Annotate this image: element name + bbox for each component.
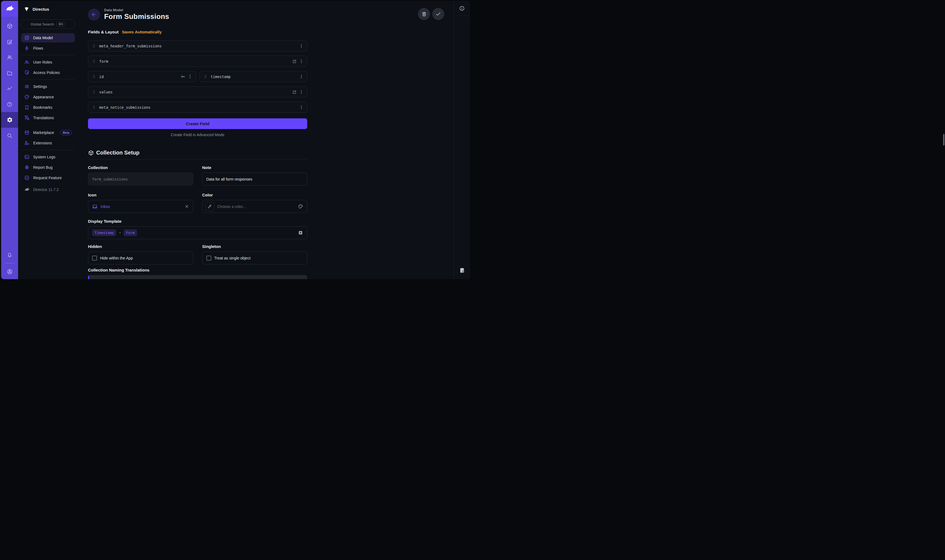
drag-handle-icon[interactable] bbox=[203, 74, 208, 79]
project-header[interactable]: Directus bbox=[18, 1, 78, 12]
sidebar-item-appearance[interactable]: Appearance bbox=[21, 92, 75, 102]
search-placeholder: Global Search bbox=[31, 22, 54, 26]
icon-field-group: Icon Inbox bbox=[88, 192, 193, 213]
field-name: values bbox=[99, 90, 112, 94]
people-icon bbox=[24, 60, 29, 65]
open-relation-button[interactable] bbox=[292, 59, 297, 63]
field-row-id[interactable]: id bbox=[88, 71, 196, 82]
sidebar-item-extensions[interactable]: Extensions bbox=[21, 138, 75, 148]
directus-logo[interactable] bbox=[1, 1, 18, 17]
module-settings[interactable] bbox=[1, 112, 18, 128]
drag-handle-icon[interactable] bbox=[92, 89, 96, 94]
sidebar-item-data-model[interactable]: Data Model bbox=[21, 33, 75, 43]
eyedropper-button[interactable] bbox=[205, 202, 214, 211]
back-button[interactable] bbox=[88, 9, 100, 20]
save-button[interactable] bbox=[432, 8, 444, 20]
delete-collection-button[interactable] bbox=[418, 8, 430, 20]
bookmark-icon bbox=[24, 105, 29, 110]
sidebar-item-translations[interactable]: Translations bbox=[21, 113, 75, 123]
module-search[interactable] bbox=[1, 128, 18, 143]
template-chip-timestamp[interactable]: Timestamp bbox=[92, 229, 116, 236]
module-insights[interactable] bbox=[1, 81, 18, 97]
kebab-icon bbox=[299, 74, 304, 79]
kebab-icon bbox=[299, 59, 304, 63]
module-docs[interactable] bbox=[1, 97, 18, 112]
version-row[interactable]: Directus 11.7.2 bbox=[18, 183, 78, 195]
sidebar-item-label: Flows bbox=[33, 46, 43, 51]
page-title: Form Submissions bbox=[104, 12, 169, 21]
sidebar-item-marketplace[interactable]: Marketplace Beta bbox=[21, 128, 75, 137]
sidebar-info-button[interactable] bbox=[454, 1, 470, 16]
naming-translations-label: Collection Naming Translations bbox=[88, 268, 307, 272]
module-files[interactable] bbox=[1, 65, 18, 81]
display-template-input[interactable]: Timestamp • Form bbox=[88, 226, 307, 239]
sidebar-item-report-bug[interactable]: Report Bug bbox=[21, 163, 75, 172]
module-editor[interactable] bbox=[1, 34, 18, 49]
field-menu-button[interactable] bbox=[299, 74, 304, 79]
clipboard-clock-icon bbox=[459, 268, 465, 274]
drag-handle-icon[interactable] bbox=[92, 59, 96, 63]
singleton-toggle[interactable]: Treat as single object bbox=[202, 251, 308, 265]
global-search-input[interactable]: Global Search ⌘K bbox=[21, 20, 75, 29]
field-row-timestamp[interactable]: timestamp bbox=[200, 71, 308, 82]
color-input[interactable]: Choose a color... bbox=[202, 200, 308, 213]
sidebar-item-flows[interactable]: Flows bbox=[21, 43, 75, 53]
display-template-group: Display Template Timestamp • Form bbox=[88, 219, 307, 239]
field-row-values[interactable]: values bbox=[88, 86, 307, 97]
field-menu-button[interactable] bbox=[299, 89, 304, 94]
module-users[interactable] bbox=[1, 49, 18, 65]
singleton-checkbox[interactable] bbox=[206, 255, 211, 260]
sidebar-item-label: User Roles bbox=[33, 60, 52, 65]
content-column: Fields & Layout Saves Automatically meta… bbox=[88, 29, 307, 279]
module-bar bbox=[1, 1, 18, 279]
create-field-advanced-link[interactable]: Create Field in Advanced Mode bbox=[88, 132, 307, 137]
field-menu-button[interactable] bbox=[299, 43, 304, 48]
sidebar-item-system-logs[interactable]: System Logs bbox=[21, 152, 75, 162]
close-icon bbox=[185, 204, 189, 209]
drag-handle-icon[interactable] bbox=[92, 43, 96, 48]
sidebar-item-user-roles[interactable]: User Roles bbox=[21, 57, 75, 67]
field-row-meta-header[interactable]: meta_header_form_submissions bbox=[88, 40, 307, 51]
field-row-meta-notice[interactable]: meta_notice_submissions bbox=[88, 102, 307, 113]
arrow-left-icon bbox=[91, 11, 97, 17]
drag-handle-icon[interactable] bbox=[92, 105, 96, 109]
sidebar-item-access-policies[interactable]: Access Policies bbox=[21, 68, 75, 77]
field-name: form bbox=[99, 59, 108, 63]
sidebar-spacer bbox=[454, 16, 470, 262]
title-block: Data Model Form Submissions bbox=[104, 8, 169, 21]
icon-value: Inbox bbox=[101, 205, 110, 209]
open-relation-button[interactable] bbox=[292, 90, 297, 94]
add-field-to-template-button[interactable] bbox=[298, 230, 303, 235]
sidebar-item-request-feature[interactable]: Request Feature bbox=[21, 173, 75, 183]
field-menu-button[interactable] bbox=[299, 105, 304, 109]
palette-picker-button[interactable] bbox=[298, 204, 303, 209]
chip-separator: • bbox=[119, 231, 121, 235]
kebab-icon bbox=[299, 105, 304, 109]
notifications-button[interactable] bbox=[1, 247, 18, 263]
note-input[interactable]: Data for all form responses bbox=[202, 172, 308, 186]
right-sidebar bbox=[454, 1, 470, 279]
clear-icon-button[interactable] bbox=[185, 204, 189, 209]
field-menu-button[interactable] bbox=[299, 59, 304, 63]
sidebar-item-label: Extensions bbox=[33, 141, 52, 145]
module-content[interactable] bbox=[1, 18, 18, 34]
naming-translations-widget[interactable] bbox=[88, 275, 307, 279]
template-chip-form[interactable]: Form bbox=[124, 229, 137, 236]
icon-input[interactable]: Inbox bbox=[88, 200, 193, 213]
field-name: id bbox=[99, 74, 104, 79]
hidden-checkbox[interactable] bbox=[92, 255, 97, 260]
kebab-icon bbox=[188, 74, 192, 79]
drag-handle-icon[interactable] bbox=[92, 74, 96, 79]
create-field-button[interactable]: Create Field bbox=[88, 118, 307, 129]
revisions-button[interactable] bbox=[454, 262, 470, 279]
sidebar-item-label: Translations bbox=[33, 115, 54, 120]
breadcrumb[interactable]: Data Model bbox=[104, 8, 169, 12]
field-menu-button[interactable] bbox=[188, 74, 192, 79]
field-row-form[interactable]: form bbox=[88, 55, 307, 67]
collection-setup-heading: Collection Setup bbox=[88, 149, 307, 156]
sidebar-item-settings[interactable]: Settings bbox=[21, 82, 75, 91]
user-avatar-button[interactable] bbox=[1, 264, 18, 279]
translate-icon bbox=[24, 115, 29, 120]
hidden-toggle[interactable]: Hide within the App bbox=[88, 251, 193, 265]
sidebar-item-bookmarks[interactable]: Bookmarks bbox=[21, 103, 75, 112]
